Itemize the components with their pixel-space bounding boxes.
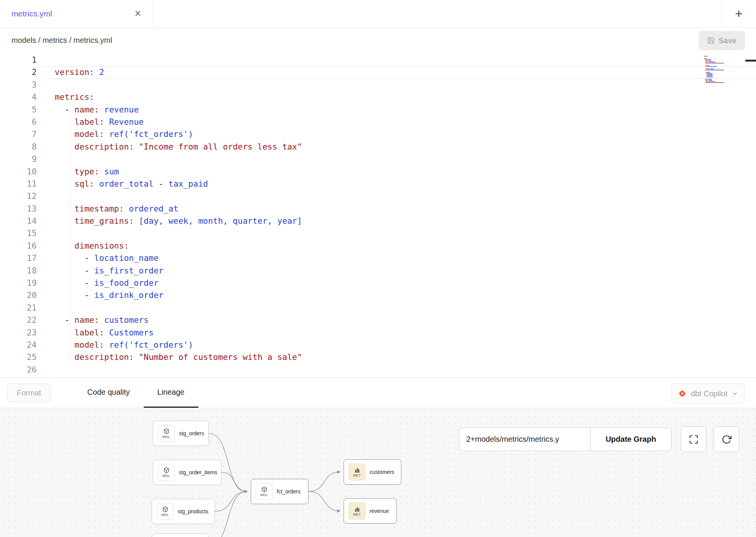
tab-lineage[interactable]: Lineage [144, 378, 198, 408]
line-number: 19 [0, 277, 37, 289]
close-icon[interactable]: ✕ [135, 10, 141, 18]
code-line-11[interactable]: 11 sql: order_total - tax_paid [0, 178, 756, 190]
breadcrumb-row: models / metrics / metrics.yml Save [0, 28, 756, 53]
minimap[interactable] [704, 55, 725, 85]
line-number: 20 [0, 289, 37, 301]
code-line-15[interactable]: 15 [0, 227, 756, 239]
new-tab-button[interactable]: + [721, 0, 756, 27]
line-number: 21 [0, 302, 37, 314]
code-line-7[interactable]: 7 model: ref('fct_orders') [0, 128, 756, 140]
code-line-25[interactable]: 25 description: "Number of customers wit… [0, 351, 756, 363]
lineage-edge-fct_orders-to-revenue [308, 491, 340, 511]
tab-code-quality[interactable]: Code quality [73, 378, 143, 408]
code-line-23[interactable]: 23 label: Customers [0, 327, 756, 339]
model-cube-icon [162, 506, 169, 513]
node-label: customers [370, 469, 394, 475]
code-text: sql: order_total - tax_paid [55, 178, 756, 190]
editor-bottom-bar: Format Code quality Lineage dbt Copilot [0, 378, 756, 408]
lineage-node-fct_orders[interactable]: MDLfct_orders [251, 479, 308, 504]
ide-window: metrics.yml ✕ + models / metrics / metri… [0, 0, 756, 537]
line-number: 15 [0, 227, 37, 239]
lineage-panel[interactable]: MDLstg_ordersMDLstg_order_itemsMDLstg_pr… [0, 408, 756, 537]
line-number: 9 [0, 153, 37, 165]
model-cube-icon [163, 428, 170, 434]
tab-title: metrics.yml [11, 9, 52, 18]
tab-metrics-yml[interactable]: metrics.yml ✕ [0, 0, 153, 27]
code-text: label: Customers [55, 327, 756, 339]
code-line-16[interactable]: 16 dimensions: [0, 240, 756, 252]
editor-lines: 12version: 234metrics:5 - name: revenue6… [0, 53, 756, 376]
node-label: revenue [370, 508, 389, 514]
tab-strip-spacer [153, 0, 721, 27]
dbt-copilot-label: dbt Copilot [691, 389, 727, 398]
refresh-button[interactable] [714, 426, 739, 452]
model-badge: MDL [256, 483, 273, 500]
code-line-1[interactable]: 1 [0, 54, 756, 66]
update-graph-button[interactable]: Update Graph [590, 428, 671, 451]
badge-type-label: MDL [161, 513, 169, 517]
lineage-node-stg_order_items[interactable]: MDLstg_order_items [153, 460, 221, 485]
code-line-22[interactable]: 22 - name: customers [0, 314, 756, 326]
code-line-9[interactable]: 9 [0, 153, 756, 165]
code-line-13[interactable]: 13 timestamp: ordered_at [0, 203, 756, 215]
code-line-20[interactable]: 20 - is_drink_order [0, 289, 756, 301]
code-line-6[interactable]: 6 label: Revenue [0, 116, 756, 128]
save-button-label: Save [719, 36, 737, 45]
bar-chart-icon [354, 506, 360, 512]
line-number: 18 [0, 265, 37, 277]
lineage-node-stg_hidden[interactable]: MDL [152, 534, 209, 537]
graph-selector-input[interactable] [459, 428, 590, 451]
code-line-12[interactable]: 12 [0, 190, 756, 202]
save-button[interactable]: Save [699, 31, 745, 50]
line-number: 7 [0, 128, 37, 140]
model-badge: MDL [158, 425, 175, 442]
lineage-node-revenue[interactable]: METrevenue [344, 498, 397, 524]
lineage-node-stg_orders[interactable]: MDLstg_orders [153, 421, 209, 446]
model-badge: MDL [157, 503, 174, 520]
graph-search-group: Update Graph [459, 428, 672, 451]
code-line-8[interactable]: 8 description: "Income from all orders l… [0, 141, 756, 153]
code-line-19[interactable]: 19 - is_food_order [0, 277, 756, 289]
lineage-node-customers[interactable]: METcustomers [344, 459, 401, 485]
code-line-4[interactable]: 4metrics: [0, 91, 756, 103]
line-number: 5 [0, 104, 37, 116]
code-text: time_grains: [day, week, month, quarter,… [55, 215, 756, 227]
line-number: 1 [0, 54, 37, 66]
dbt-copilot-button[interactable]: dbt Copilot [672, 384, 745, 404]
overview-ruler-cursor-marker [745, 60, 756, 62]
format-button[interactable]: Format [7, 384, 50, 402]
code-line-3[interactable]: 3 [0, 79, 756, 91]
plus-icon: + [735, 6, 743, 21]
code-text: - is_food_order [55, 277, 756, 289]
line-number: 17 [0, 252, 37, 264]
code-line-2[interactable]: 2version: 2 [0, 66, 756, 78]
code-text: model: ref('fct_orders') [55, 128, 756, 140]
code-line-18[interactable]: 18 - is_first_order [0, 265, 756, 277]
line-number: 11 [0, 178, 37, 190]
code-line-21[interactable]: 21 [0, 302, 756, 314]
lineage-edge-stg_order_items-to-fct_orders [221, 472, 247, 491]
lineage-node-stg_products[interactable]: MDLstg_products [152, 499, 215, 524]
code-text [55, 302, 756, 314]
code-text [55, 227, 756, 239]
code-editor[interactable]: 12version: 234metrics:5 - name: revenue6… [0, 53, 756, 378]
code-line-10[interactable]: 10 type: sum [0, 166, 756, 178]
code-line-17[interactable]: 17 - location_name [0, 252, 756, 264]
dbt-logo-icon [678, 389, 686, 398]
code-line-14[interactable]: 14 time_grains: [day, week, month, quart… [0, 215, 756, 227]
code-line-26[interactable]: 26 [0, 364, 756, 376]
code-text: label: Revenue [55, 116, 756, 128]
badge-type-label: MDL [260, 493, 268, 497]
line-number: 4 [0, 91, 37, 103]
line-number: 2 [0, 66, 37, 78]
code-text: version: 2 [55, 66, 756, 78]
node-label: fct_orders [277, 488, 300, 495]
model-cube-icon [163, 467, 170, 474]
breadcrumb: models / metrics / metrics.yml [11, 36, 112, 45]
fullscreen-button[interactable] [681, 426, 706, 452]
code-line-24[interactable]: 24 model: ref('fct_orders') [0, 339, 756, 351]
code-text [55, 153, 756, 165]
code-text [55, 54, 756, 66]
badge-type-label: MDL [162, 435, 170, 439]
code-line-5[interactable]: 5 - name: revenue [0, 104, 756, 116]
